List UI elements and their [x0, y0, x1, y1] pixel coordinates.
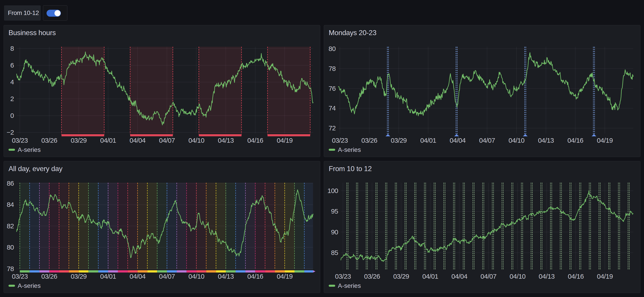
svg-text:04/13: 04/13 — [538, 273, 554, 280]
svg-text:03/23: 03/23 — [12, 273, 28, 280]
svg-text:04/01: 04/01 — [100, 273, 116, 280]
svg-text:04/07: 04/07 — [480, 273, 496, 280]
svg-text:84: 84 — [7, 201, 14, 208]
svg-text:A-series: A-series — [338, 146, 361, 153]
svg-text:04/10: 04/10 — [510, 273, 526, 280]
svg-text:A-series: A-series — [18, 282, 41, 289]
svg-text:03/29: 03/29 — [71, 137, 86, 144]
svg-text:All day, every day: All day, every day — [8, 165, 62, 173]
svg-text:04/04: 04/04 — [451, 273, 467, 280]
svg-text:03/29: 03/29 — [393, 273, 409, 280]
svg-text:04/04: 04/04 — [450, 137, 466, 144]
svg-text:04/19: 04/19 — [597, 137, 613, 144]
svg-text:03/23: 03/23 — [335, 273, 351, 280]
svg-text:04/01: 04/01 — [422, 273, 438, 280]
svg-text:From 10 to 12: From 10 to 12 — [329, 165, 372, 173]
svg-text:From 10-12: From 10-12 — [8, 9, 39, 16]
svg-text:0: 0 — [10, 112, 14, 119]
svg-text:04/07: 04/07 — [479, 137, 495, 144]
svg-text:95: 95 — [331, 208, 338, 215]
svg-text:04/01: 04/01 — [420, 137, 436, 144]
svg-text:04/10: 04/10 — [188, 137, 204, 144]
svg-text:04/10: 04/10 — [188, 273, 204, 280]
svg-text:04/13: 04/13 — [538, 137, 554, 144]
svg-text:A-series: A-series — [338, 282, 361, 289]
svg-text:03/26: 03/26 — [41, 137, 57, 144]
svg-text:Business hours: Business hours — [8, 29, 56, 37]
svg-text:82: 82 — [7, 222, 14, 230]
svg-text:04/04: 04/04 — [130, 137, 146, 144]
svg-text:03/23: 03/23 — [332, 137, 348, 144]
svg-text:90: 90 — [331, 228, 338, 236]
svg-text:04/01: 04/01 — [100, 137, 116, 144]
svg-text:04/04: 04/04 — [130, 273, 146, 280]
svg-text:03/26: 03/26 — [364, 273, 380, 280]
svg-text:80: 80 — [7, 244, 14, 251]
svg-text:78: 78 — [7, 265, 14, 273]
svg-text:04/13: 04/13 — [218, 137, 234, 144]
svg-text:85: 85 — [331, 249, 338, 256]
svg-text:04/16: 04/16 — [247, 273, 263, 280]
svg-text:86: 86 — [7, 180, 14, 187]
svg-text:6: 6 — [10, 61, 14, 69]
svg-text:03/23: 03/23 — [12, 137, 28, 144]
svg-text:04/16: 04/16 — [568, 273, 584, 280]
svg-text:Mondays 20-23: Mondays 20-23 — [329, 29, 376, 37]
svg-text:03/29: 03/29 — [71, 273, 86, 280]
svg-text:8: 8 — [10, 45, 14, 52]
svg-text:04/07: 04/07 — [159, 137, 175, 144]
svg-text:03/26: 03/26 — [41, 273, 57, 280]
svg-text:04/07: 04/07 — [159, 273, 175, 280]
svg-text:04/19: 04/19 — [277, 137, 293, 144]
svg-text:74: 74 — [328, 104, 336, 112]
svg-text:04/13: 04/13 — [218, 273, 234, 280]
svg-text:80: 80 — [328, 45, 336, 52]
svg-text:A-series: A-series — [18, 146, 41, 153]
svg-text:100: 100 — [327, 187, 338, 194]
svg-text:2: 2 — [10, 95, 14, 102]
svg-text:04/19: 04/19 — [597, 273, 613, 280]
svg-text:03/26: 03/26 — [362, 137, 377, 144]
svg-text:72: 72 — [328, 124, 336, 132]
svg-text:4: 4 — [10, 78, 14, 86]
svg-text:04/16: 04/16 — [247, 137, 263, 144]
svg-text:04/10: 04/10 — [508, 137, 524, 144]
svg-text:76: 76 — [328, 85, 336, 92]
svg-text:04/19: 04/19 — [277, 273, 293, 280]
svg-text:78: 78 — [328, 65, 336, 72]
svg-text:−2: −2 — [6, 129, 14, 136]
svg-text:04/16: 04/16 — [568, 137, 583, 144]
svg-text:03/29: 03/29 — [391, 137, 406, 144]
